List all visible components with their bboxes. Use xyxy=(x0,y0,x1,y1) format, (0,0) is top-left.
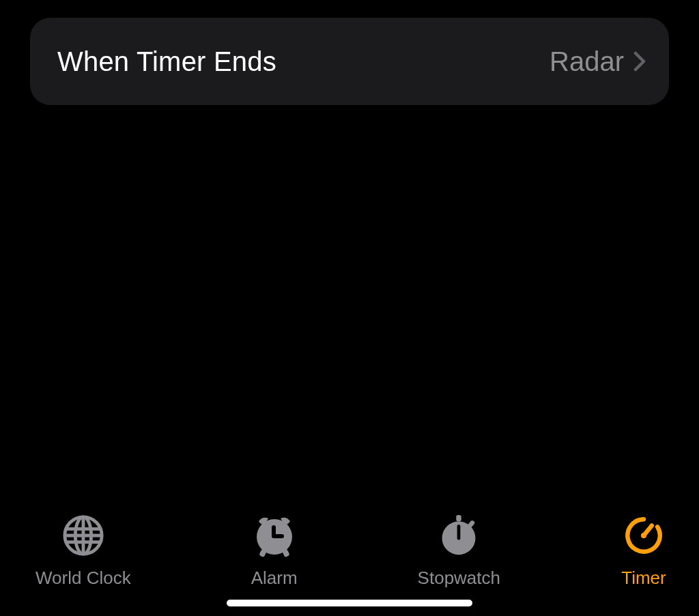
tab-timer-label: Timer xyxy=(621,568,666,589)
when-timer-ends-row[interactable]: When Timer Ends Radar xyxy=(30,18,669,105)
alarm-clock-icon xyxy=(251,512,298,559)
chevron-right-icon xyxy=(633,51,646,72)
home-indicator[interactable] xyxy=(227,600,472,606)
when-timer-ends-label: When Timer Ends xyxy=(57,46,276,77)
when-timer-ends-value-wrap: Radar xyxy=(550,46,646,77)
tab-world-clock[interactable]: World Clock xyxy=(35,512,131,589)
tab-stopwatch[interactable]: Stopwatch xyxy=(418,512,500,589)
tabbar: World Clock Alarm Stopwatch xyxy=(0,512,699,589)
svg-rect-12 xyxy=(457,515,462,521)
when-timer-ends-value: Radar xyxy=(550,46,624,77)
tab-alarm[interactable]: Alarm xyxy=(251,512,298,589)
stopwatch-icon xyxy=(435,512,483,559)
svg-rect-14 xyxy=(457,525,461,540)
svg-point-16 xyxy=(641,533,646,538)
tab-timer[interactable]: Timer xyxy=(620,512,668,589)
timer-icon xyxy=(620,512,668,559)
globe-icon xyxy=(59,512,107,559)
tab-stopwatch-label: Stopwatch xyxy=(418,568,500,589)
tab-world-clock-label: World Clock xyxy=(35,568,131,589)
tab-alarm-label: Alarm xyxy=(251,568,298,589)
svg-rect-8 xyxy=(273,534,284,538)
